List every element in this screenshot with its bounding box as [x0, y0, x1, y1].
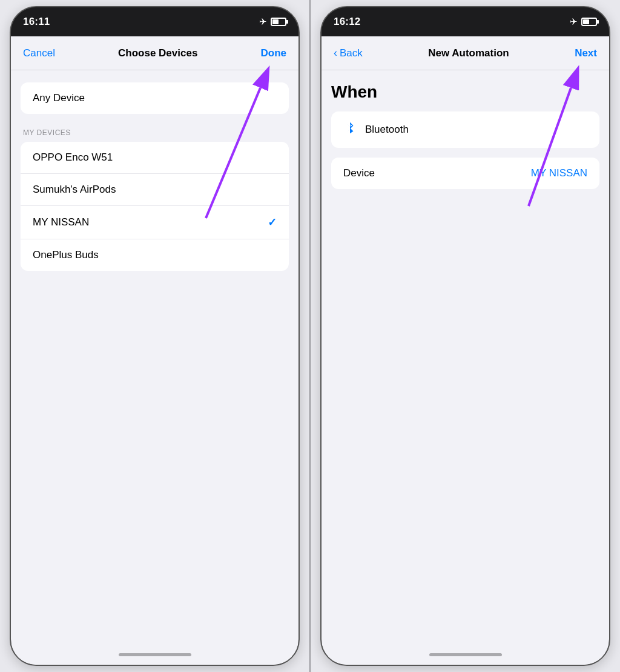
airpods-label: Sumukh's AirPods: [33, 184, 116, 196]
battery-icon-left: [271, 18, 286, 26]
content-left: Any Device MY DEVICES OPPO Enco W51 Sumu…: [11, 70, 298, 644]
oppo-label: OPPO Enco W51: [33, 151, 113, 164]
bluetooth-row[interactable]: Bluetooth: [331, 111, 599, 148]
any-device-label: Any Device: [33, 92, 85, 104]
list-item-oppo[interactable]: OPPO Enco W51: [21, 142, 289, 174]
time-left: 16:11: [23, 16, 50, 28]
page-title-right: New Automation: [428, 47, 509, 59]
device-label: Device: [343, 167, 375, 179]
done-button[interactable]: Done: [260, 47, 286, 59]
chevron-left-icon: ‹: [334, 47, 337, 59]
nissan-label: MY NISSAN: [33, 216, 89, 228]
cancel-button[interactable]: Cancel: [23, 47, 55, 59]
battery-fill-left: [272, 19, 279, 24]
bluetooth-icon: [343, 121, 357, 138]
checkmark-icon: ✓: [268, 216, 277, 229]
airplane-icon-left: ✈: [259, 16, 267, 27]
any-device-card: Any Device: [21, 82, 289, 114]
battery-fill-right: [583, 19, 589, 24]
home-bar-left: [119, 653, 191, 656]
content-right: When Bluetooth Device MY NISSAN: [322, 70, 609, 644]
status-bar-left: 16:11 ✈: [11, 7, 298, 36]
home-indicator-right: [322, 644, 609, 665]
oneplus-label: OnePlus Buds: [33, 249, 99, 261]
home-indicator-left: [11, 644, 298, 665]
when-title: When: [331, 82, 599, 102]
list-item-nissan[interactable]: MY NISSAN ✓: [21, 206, 289, 239]
bluetooth-label: Bluetooth: [365, 124, 409, 136]
list-item-airpods[interactable]: Sumukh's AirPods: [21, 174, 289, 206]
status-icons-left: ✈: [259, 16, 286, 27]
status-bar-right: 16:12 ✈: [322, 7, 609, 36]
device-value: MY NISSAN: [531, 167, 587, 179]
back-button[interactable]: ‹ Back: [334, 47, 363, 59]
my-devices-card: OPPO Enco W51 Sumukh's AirPods MY NISSAN…: [21, 142, 289, 271]
page-title-left: Choose Devices: [118, 47, 197, 59]
any-device-item[interactable]: Any Device: [21, 82, 289, 114]
status-icons-right: ✈: [570, 16, 597, 27]
nav-bar-left: Cancel Choose Devices Done: [11, 36, 298, 70]
my-devices-header: MY DEVICES: [21, 128, 289, 142]
next-button[interactable]: Next: [575, 47, 597, 59]
device-row[interactable]: Device MY NISSAN: [331, 158, 599, 189]
time-right: 16:12: [334, 16, 360, 28]
battery-icon-right: [581, 18, 597, 26]
list-item-oneplus[interactable]: OnePlus Buds: [21, 239, 289, 271]
nav-bar-right: ‹ Back New Automation Next: [322, 36, 609, 70]
airplane-icon-right: ✈: [570, 16, 578, 27]
home-bar-right: [429, 653, 502, 656]
